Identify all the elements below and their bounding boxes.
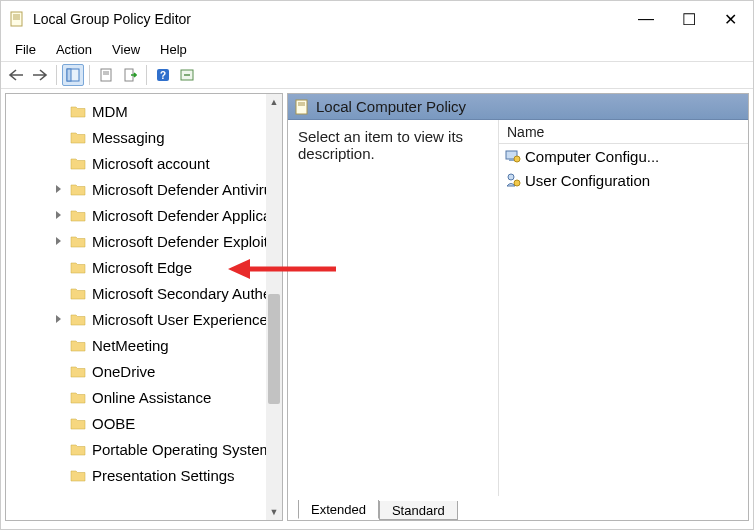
tree-item-label: Microsoft User Experience Virtualization xyxy=(92,311,282,328)
tree-item-label: Microsoft Edge xyxy=(92,259,192,276)
properties-button[interactable] xyxy=(95,64,117,86)
client-area: MDMMessagingMicrosoft accountMicrosoft D… xyxy=(1,89,753,525)
forward-button[interactable] xyxy=(29,64,51,86)
tree-item[interactable]: OneDrive xyxy=(6,358,282,384)
svg-point-19 xyxy=(508,174,514,180)
scroll-up-icon[interactable]: ▲ xyxy=(266,94,282,110)
tree-item-label: Portable Operating System xyxy=(92,441,272,458)
maximize-button[interactable]: ☐ xyxy=(682,10,696,29)
folder-icon xyxy=(70,391,86,404)
tree-item[interactable]: Microsoft Defender Antivirus xyxy=(6,176,282,202)
folder-icon xyxy=(70,365,86,378)
window-controls: — ☐ ✕ xyxy=(638,10,745,29)
tree-item-label: Messaging xyxy=(92,129,165,146)
export-button[interactable] xyxy=(119,64,141,86)
tree-item-label: Presentation Settings xyxy=(92,467,235,484)
export-icon xyxy=(123,68,137,82)
svg-rect-17 xyxy=(509,159,514,161)
list-row[interactable]: Computer Configu... xyxy=(499,144,748,168)
filter-icon xyxy=(180,68,194,82)
folder-icon xyxy=(70,339,86,352)
properties-icon xyxy=(99,68,113,82)
tree-item[interactable]: Microsoft Defender Application Guard xyxy=(6,202,282,228)
help-icon: ? xyxy=(156,68,170,82)
show-hide-tree-button[interactable] xyxy=(62,64,84,86)
filter-button[interactable] xyxy=(176,64,198,86)
tree-item-label: Online Assistance xyxy=(92,389,211,406)
arrow-left-icon xyxy=(8,69,24,81)
tree-pane-icon xyxy=(66,68,80,82)
tab-standard[interactable]: Standard xyxy=(379,501,458,520)
folder-icon xyxy=(70,209,86,222)
menu-action[interactable]: Action xyxy=(48,40,100,59)
menu-help[interactable]: Help xyxy=(152,40,195,59)
folder-icon xyxy=(70,443,86,456)
svg-text:?: ? xyxy=(160,70,166,81)
folder-icon xyxy=(70,183,86,196)
tree-item[interactable]: Portable Operating System xyxy=(6,436,282,462)
svg-point-18 xyxy=(514,156,520,162)
tree-item[interactable]: Microsoft Defender Exploit Guard xyxy=(6,228,282,254)
detail-header-label: Local Computer Policy xyxy=(316,98,466,115)
close-button[interactable]: ✕ xyxy=(724,10,737,29)
menu-file[interactable]: File xyxy=(7,40,44,59)
description-column: Select an item to view its description. xyxy=(288,120,498,496)
svg-rect-13 xyxy=(296,100,307,114)
tree-item-label: Microsoft Defender Exploit Guard xyxy=(92,233,282,250)
list-row-label: User Configuration xyxy=(525,172,650,189)
tree-item[interactable]: NetMeeting xyxy=(6,332,282,358)
list-column-header[interactable]: Name xyxy=(499,120,748,144)
folder-icon xyxy=(70,261,86,274)
window-title: Local Group Policy Editor xyxy=(33,11,638,27)
tree-item-label: Microsoft Defender Application Guard xyxy=(92,207,282,224)
folder-icon xyxy=(70,131,86,144)
help-button[interactable]: ? xyxy=(152,64,174,86)
tree-item[interactable]: Microsoft account xyxy=(6,150,282,176)
tree-item-label: Microsoft account xyxy=(92,155,210,172)
detail-body: Select an item to view its description. … xyxy=(288,120,748,496)
scroll-down-icon[interactable]: ▼ xyxy=(266,504,282,520)
computer-config-icon xyxy=(505,148,521,164)
app-icon xyxy=(9,11,25,27)
tree-scrollbar[interactable]: ▲ ▼ xyxy=(266,94,282,520)
list-row[interactable]: User Configuration xyxy=(499,168,748,192)
svg-rect-6 xyxy=(101,69,111,81)
menubar: File Action View Help xyxy=(1,37,753,61)
tree-item[interactable]: Microsoft User Experience Virtualization xyxy=(6,306,282,332)
folder-icon xyxy=(70,469,86,482)
tree-item[interactable]: Presentation Settings xyxy=(6,462,282,488)
scroll-thumb[interactable] xyxy=(268,294,280,404)
tree-item-label: Microsoft Defender Antivirus xyxy=(92,181,280,198)
svg-rect-5 xyxy=(67,69,71,81)
arrow-right-icon xyxy=(32,69,48,81)
detail-tabs: Extended Standard xyxy=(288,496,748,520)
menu-view[interactable]: View xyxy=(104,40,148,59)
tree-item[interactable]: Messaging xyxy=(6,124,282,150)
policy-header-icon xyxy=(294,99,310,115)
list-column: Name Computer Configu... xyxy=(498,120,748,496)
folder-icon xyxy=(70,105,86,118)
toolbar: ? xyxy=(1,61,753,89)
tree-item[interactable]: Microsoft Edge xyxy=(6,254,282,280)
folder-icon xyxy=(70,287,86,300)
back-button[interactable] xyxy=(5,64,27,86)
tree-panel: MDMMessagingMicrosoft accountMicrosoft D… xyxy=(5,93,283,521)
tree-item-label: MDM xyxy=(92,103,128,120)
minimize-button[interactable]: — xyxy=(638,10,654,29)
tree-item-label: OneDrive xyxy=(92,363,155,380)
list-row-label: Computer Configu... xyxy=(525,148,659,165)
description-text: Select an item to view its description. xyxy=(298,128,463,162)
tree-item-label: Microsoft Secondary Authentication Facto… xyxy=(92,285,282,302)
tree-item[interactable]: Microsoft Secondary Authentication Facto… xyxy=(6,280,282,306)
titlebar: Local Group Policy Editor — ☐ ✕ xyxy=(1,1,753,37)
user-config-icon xyxy=(505,172,521,188)
detail-header: Local Computer Policy xyxy=(288,94,748,120)
tab-extended[interactable]: Extended xyxy=(298,500,379,519)
tree-item[interactable]: MDM xyxy=(6,98,282,124)
tree-item[interactable]: Online Assistance xyxy=(6,384,282,410)
svg-point-20 xyxy=(514,180,520,186)
tree-item[interactable]: OOBE xyxy=(6,410,282,436)
tree-item-label: OOBE xyxy=(92,415,135,432)
folder-icon xyxy=(70,235,86,248)
detail-panel: Local Computer Policy Select an item to … xyxy=(287,93,749,521)
